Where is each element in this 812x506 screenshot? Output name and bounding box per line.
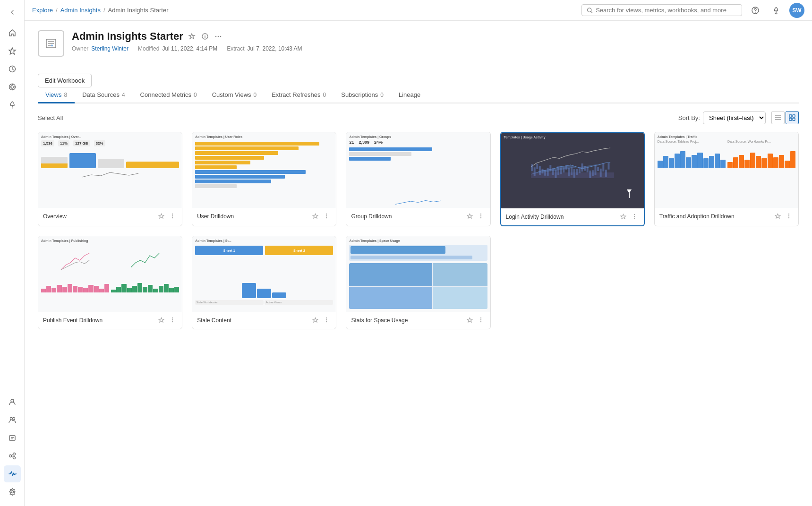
svg-line-13 [11, 455, 13, 455]
view-card-overview[interactable]: Admin Templates | Over... 1,536 11% 127 … [38, 132, 182, 226]
workbook-header: Admin Insights Starter Owner St [38, 30, 799, 57]
sidebar-item-explore[interactable] [4, 78, 21, 95]
tab-extract-refreshes[interactable]: Extract Refreshes 0 [264, 87, 333, 103]
card-actions-user-drilldown [311, 212, 331, 221]
card-more-login-activity-drilldown[interactable] [630, 212, 639, 222]
breadcrumb-admin-insights[interactable]: Admin Insights [60, 7, 101, 14]
svg-rect-77 [607, 163, 609, 170]
sidebar-item-starred[interactable] [4, 43, 21, 60]
extract-value: Jul 7, 2022, 10:43 AM [248, 45, 302, 52]
svg-rect-36 [789, 118, 792, 120]
svg-rect-65 [576, 169, 578, 175]
sidebar-item-home[interactable] [4, 25, 21, 42]
svg-rect-55 [549, 165, 551, 171]
card-more-publish-event-drilldown[interactable] [168, 316, 177, 325]
search-input[interactable] [596, 7, 737, 14]
svg-rect-56 [552, 168, 554, 175]
search-bar[interactable] [581, 4, 742, 16]
help-btn[interactable] [748, 3, 763, 18]
card-thumbnail-space: Admin Templates | Space Usage [346, 236, 490, 312]
view-card-traffic-adoption-drilldown[interactable]: Admin Templates | Traffic Data Source: T… [654, 132, 799, 226]
card-favorite-user-drilldown[interactable] [311, 212, 320, 221]
card-thumbnail-user-drilldown: Admin Templates | User Roles [192, 132, 336, 208]
card-favorite-group-drilldown[interactable] [465, 212, 474, 221]
tab-custom-views[interactable]: Custom Views 0 [205, 87, 265, 103]
edit-workbook-button[interactable]: Edit Workbook [38, 74, 92, 87]
svg-rect-60 [563, 167, 564, 172]
card-thumbnail-login-activity: Templates | Usage Activity [501, 133, 644, 208]
tab-data-sources[interactable]: Data Sources 4 [75, 87, 132, 103]
svg-rect-62 [568, 168, 570, 176]
notifications-btn[interactable] [769, 3, 784, 18]
card-favorite-login-activity-drilldown[interactable] [619, 213, 628, 222]
card-favorite-stats-space-usage[interactable] [465, 316, 474, 325]
tab-label-views: Views [45, 91, 61, 98]
owner-link[interactable]: Sterling Winter [91, 45, 128, 52]
workbook-title: Admin Insights Starter [72, 30, 183, 43]
breadcrumb-explore[interactable]: Explore [32, 7, 53, 14]
svg-point-89 [326, 321, 327, 322]
card-favorite-traffic-adoption-drilldown[interactable] [773, 212, 782, 221]
view-card-group-drilldown[interactable]: Admin Templates | Groups 21 2,309 24% [346, 132, 490, 226]
card-more-overview[interactable] [168, 212, 177, 221]
svg-point-3 [12, 108, 13, 109]
card-more-traffic-adoption-drilldown[interactable] [784, 212, 794, 221]
svg-point-27 [205, 34, 205, 35]
owner-label: Owner [72, 45, 88, 52]
svg-point-5 [10, 418, 12, 420]
svg-rect-74 [599, 169, 601, 177]
sidebar-item-activity[interactable] [4, 465, 21, 482]
svg-rect-51 [538, 166, 540, 175]
svg-point-29 [218, 36, 219, 37]
card-favorite-overview[interactable] [157, 212, 166, 221]
view-card-publish-event-drilldown[interactable]: Admin Templates | Publishing [38, 236, 182, 329]
more-options-btn[interactable] [214, 32, 223, 41]
favorite-btn[interactable] [187, 32, 197, 41]
tab-connected-metrics[interactable]: Connected Metrics 0 [133, 87, 205, 103]
sidebar-item-groups[interactable] [4, 412, 21, 429]
sidebar-item-users[interactable] [4, 394, 21, 411]
view-card-login-activity-drilldown[interactable]: Templates | Usage Activity Login Activit… [500, 132, 645, 226]
info-btn[interactable] [200, 32, 210, 41]
sidebar-collapse-btn[interactable] [4, 4, 21, 21]
view-card-stale-content[interactable]: Admin Templates | St... Sheet 1 Sheet 2 [192, 236, 336, 329]
svg-point-88 [326, 319, 327, 320]
card-more-stale-content[interactable] [322, 316, 331, 325]
card-footer-group-drilldown: Group Drilldown [346, 208, 490, 225]
tab-lineage[interactable]: Lineage [391, 87, 428, 103]
svg-point-83 [788, 217, 789, 218]
tab-count-connected-metrics: 0 [194, 92, 197, 98]
tab-views[interactable]: Views 8 [38, 87, 75, 103]
select-all[interactable]: Select All [38, 114, 63, 121]
sidebar [0, 0, 25, 506]
svg-point-82 [788, 215, 789, 216]
sidebar-item-alerts[interactable] [4, 96, 21, 113]
tab-count-extract-refreshes: 0 [323, 92, 326, 98]
user-avatar[interactable]: SW [789, 3, 804, 18]
sidebar-item-jobs[interactable] [4, 429, 21, 446]
card-more-stats-space-usage[interactable] [476, 316, 486, 325]
svg-rect-59 [560, 168, 562, 174]
grid-view-btn[interactable] [786, 111, 799, 124]
card-title-overview: Overview [43, 213, 157, 220]
list-view-btn[interactable] [771, 111, 785, 124]
workbook-icon [38, 30, 64, 57]
tab-subscriptions[interactable]: Subscriptions 0 [333, 87, 391, 103]
svg-rect-63 [571, 167, 573, 175]
svg-point-30 [220, 36, 222, 37]
card-footer-stale-content: Stale Content [192, 312, 336, 329]
sort-dropdown[interactable]: Sheet (first–last)Sheet (last–first)Name… [703, 111, 766, 124]
tab-label-connected-metrics: Connected Metrics [140, 91, 191, 98]
card-more-user-drilldown[interactable] [322, 212, 331, 221]
sidebar-item-connected-clients[interactable] [4, 447, 21, 464]
card-more-group-drilldown[interactable] [476, 212, 486, 221]
sidebar-item-settings[interactable] [4, 483, 21, 500]
extract-label: Extract [227, 45, 244, 52]
sidebar-item-recents[interactable] [4, 60, 21, 77]
svg-rect-73 [597, 167, 599, 171]
card-favorite-publish-event-drilldown[interactable] [157, 316, 166, 325]
view-card-user-drilldown[interactable]: Admin Templates | User Roles User Drilld… [192, 132, 336, 226]
view-card-stats-space-usage[interactable]: Admin Templates | Space Usage Stats for … [346, 236, 490, 329]
card-favorite-stale-content[interactable] [311, 316, 320, 325]
svg-point-78 [634, 214, 635, 215]
